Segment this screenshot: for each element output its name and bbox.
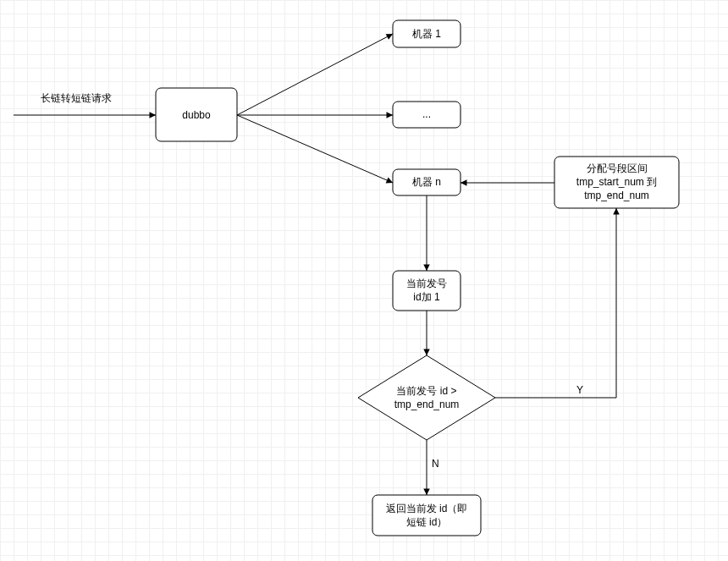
edge-dubbo-to-m1 <box>237 34 393 115</box>
label-ellipsis: ... <box>393 107 461 121</box>
label-request: 长链转短链请求 <box>34 91 119 105</box>
edge-label-yes: Y <box>571 383 588 397</box>
label-machine-n: 机器 n <box>393 175 461 189</box>
label-increment-id: 当前发号 id加 1 <box>393 277 461 304</box>
label-machine-1: 机器 1 <box>393 27 461 41</box>
label-dubbo: dubbo <box>156 108 237 122</box>
edge-decision-yes <box>495 208 616 398</box>
label-decision: 当前发号 id > tmp_end_num <box>358 384 495 411</box>
edge-label-no: N <box>432 457 449 470</box>
label-return-id: 返回当前发 id（即 短链 id） <box>372 502 481 529</box>
flowchart-svg <box>0 0 728 561</box>
edge-dubbo-to-mn <box>237 115 393 183</box>
label-allocate-range: 分配号段区间 tmp_start_num 到 tmp_end_num <box>554 162 679 203</box>
